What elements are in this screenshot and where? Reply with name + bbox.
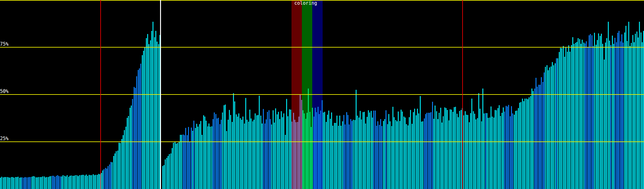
labels-layer: 75% 50% 25% coloring [0, 0, 644, 189]
ytick-50: 50% [0, 89, 8, 94]
ytick-25: 25% [0, 136, 8, 141]
ytick-75: 75% [0, 42, 8, 47]
usage-graph: 75% 50% 25% coloring [0, 0, 644, 189]
phase-band-label: coloring [294, 1, 317, 6]
